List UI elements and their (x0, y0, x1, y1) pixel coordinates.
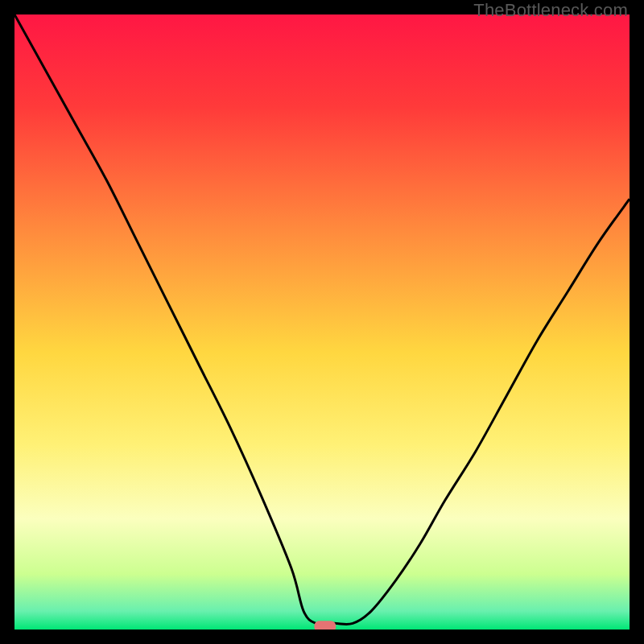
plot-area (14, 14, 630, 630)
chart-container: TheBottleneck.com (0, 0, 644, 644)
optimal-marker (314, 621, 336, 630)
bottleneck-chart (14, 14, 630, 630)
gradient-background (14, 14, 630, 630)
watermark-text: TheBottleneck.com (473, 0, 628, 21)
